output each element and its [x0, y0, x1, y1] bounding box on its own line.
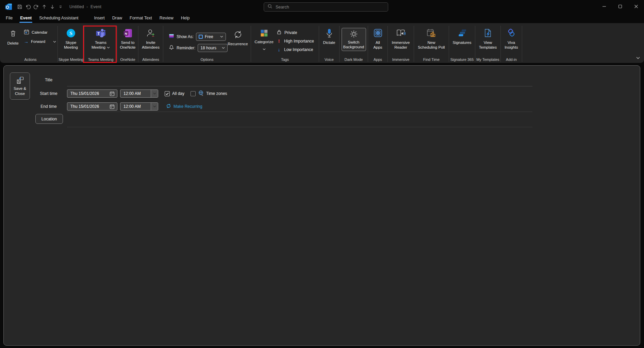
switch-background-button[interactable]: Switch Background — [342, 28, 366, 51]
new-scheduling-poll-button[interactable]: New Scheduling Poll — [414, 26, 449, 50]
redo-icon — [33, 4, 39, 10]
group-label-tags: Tags — [251, 57, 319, 62]
delete-button[interactable]: Delete — [5, 26, 21, 46]
view-templates-button[interactable]: View Templates — [475, 26, 500, 50]
minimize-button[interactable] — [596, 0, 612, 14]
group-label-dark-mode: Dark Mode — [340, 57, 368, 62]
microphone-icon — [326, 28, 333, 38]
group-label-attendees: Attendees — [138, 57, 163, 62]
location-input-underline[interactable] — [67, 127, 532, 127]
customize-toolbar-button[interactable] — [56, 2, 65, 12]
maximize-icon — [618, 4, 622, 10]
menu-tab-format-text[interactable]: Format Text — [126, 14, 156, 23]
time-dropdown-button[interactable] — [151, 90, 158, 97]
dictate-button[interactable]: Dictate — [319, 26, 339, 45]
calendar-picker-icon[interactable] — [110, 104, 115, 109]
event-form-panel: Save & Close Title Start time Thu 15/01/… — [3, 65, 640, 346]
menu-tab-draw[interactable]: Draw — [109, 14, 126, 23]
free-status-icon — [199, 35, 203, 39]
reminder-label: Reminder: — [177, 46, 195, 50]
onenote-icon: N — [123, 28, 132, 38]
menu-tab-event[interactable]: Event — [16, 14, 35, 23]
chevron-down-icon — [53, 39, 56, 44]
end-time-label: End time — [36, 102, 61, 111]
title-input-underline[interactable] — [67, 86, 532, 86]
viva-insights-button[interactable]: Viva Insights — [501, 26, 522, 50]
ribbon-group-actions: Delete Calendar → Forward Actions — [3, 26, 58, 62]
search-input[interactable] — [276, 5, 384, 10]
search-box[interactable] — [264, 2, 388, 12]
immersive-reader-button[interactable]: Immersive Reader — [388, 26, 414, 50]
signatures-button[interactable]: Signatures — [449, 26, 475, 45]
save-and-close-button[interactable]: Save & Close — [10, 72, 30, 100]
time-zones-checkbox[interactable] — [191, 91, 196, 96]
time-zones-option[interactable]: Time zones — [191, 89, 227, 98]
show-as-dropdown[interactable]: Free — [196, 33, 226, 41]
menu-tab-file[interactable]: File — [2, 14, 16, 23]
show-as-label: Show As: — [177, 34, 194, 39]
start-time-input[interactable]: 12:00 AM — [120, 89, 158, 98]
trash-icon — [10, 28, 17, 38]
menubar: File Event Scheduling Assistant Insert D… — [0, 14, 644, 23]
sun-icon — [349, 29, 358, 39]
show-calendar-button[interactable]: Calendar — [22, 28, 56, 36]
all-day-option[interactable]: All day — [165, 89, 184, 98]
start-date-input[interactable]: Thu 15/01/2026 — [67, 89, 117, 98]
make-recurring-link[interactable]: Make Recurring — [166, 102, 202, 111]
end-time-input[interactable]: 12:00 AM — [120, 102, 158, 111]
undo-icon — [25, 4, 31, 10]
outlook-app-icon — [4, 3, 13, 11]
teams-meeting-button[interactable]: T Teams Meeting — [84, 26, 117, 50]
maximize-button[interactable] — [612, 0, 628, 14]
undo-button[interactable] — [24, 2, 32, 12]
collapse-ribbon-button[interactable] — [636, 55, 640, 60]
reminder-dropdown[interactable]: 18 hours — [198, 44, 228, 52]
invite-attendees-button[interactable]: Invite Attendees — [138, 26, 163, 50]
recurrence-button[interactable]: Recurrence — [226, 27, 250, 46]
low-importance-button[interactable]: ↓ Low Importance — [277, 45, 314, 54]
group-label-find-time: Find Time — [414, 57, 449, 62]
minimize-icon — [602, 4, 606, 10]
private-button[interactable]: Private — [277, 28, 314, 37]
ribbon-group-attendees: Invite Attendees Attendees — [138, 26, 163, 62]
show-as-icon — [169, 33, 174, 40]
categorize-button[interactable]: Categorize — [253, 26, 275, 54]
all-day-label: All day — [172, 91, 184, 96]
ribbon-group-options: Show As: Free Reminder: 18 hours — [163, 26, 251, 62]
ribbon-group-onenote: N Send to OneNote OneNote — [117, 26, 138, 62]
titlebar: Untitled - Event — [0, 0, 644, 14]
skype-meeting-button[interactable]: S Skype Meeting — [58, 26, 84, 50]
all-day-checkbox[interactable] — [165, 91, 170, 96]
time-zones-label: Time zones — [206, 91, 227, 96]
menu-tab-insert[interactable]: Insert — [90, 14, 109, 23]
ribbon-group-teams-meeting: T Teams Meeting Teams Meeting — [84, 26, 117, 62]
move-down-button[interactable] — [48, 2, 56, 12]
globe-icon — [198, 90, 204, 97]
high-importance-button[interactable]: ! High Importance — [277, 37, 314, 45]
window-controls — [596, 0, 644, 14]
ribbon-group-skype-meeting: S Skype Meeting Skype Meeting — [58, 26, 84, 62]
send-to-onenote-button[interactable]: N Send to OneNote — [117, 26, 138, 50]
skype-icon: S — [66, 28, 76, 38]
redo-button[interactable] — [32, 2, 40, 12]
group-label-onenote: OneNote — [117, 57, 138, 62]
calendar-picker-icon[interactable] — [110, 91, 115, 96]
end-date-input[interactable]: Thu 15/01/2026 — [67, 102, 117, 111]
save-button[interactable] — [16, 2, 24, 12]
forward-button[interactable]: → Forward — [22, 37, 56, 46]
move-up-button[interactable] — [40, 2, 48, 12]
menu-tab-help[interactable]: Help — [177, 14, 194, 23]
location-button[interactable]: Location — [35, 114, 63, 124]
menu-tab-review[interactable]: Review — [156, 14, 177, 23]
low-importance-icon: ↓ — [277, 47, 281, 52]
all-apps-button[interactable]: All Apps — [368, 26, 387, 50]
svg-text:S: S — [69, 30, 72, 36]
close-button[interactable] — [628, 0, 644, 14]
group-label-immersive: Immersive — [388, 57, 414, 62]
menu-tab-scheduling-assistant[interactable]: Scheduling Assistant — [35, 14, 82, 23]
time-dropdown-button[interactable] — [151, 103, 158, 110]
recurrence-icon — [166, 103, 171, 110]
ribbon-group-my-templates: View Templates My Templates — [475, 26, 501, 62]
group-label-voice: Voice — [319, 57, 339, 62]
group-label-teams-meeting: Teams Meeting — [84, 57, 117, 62]
